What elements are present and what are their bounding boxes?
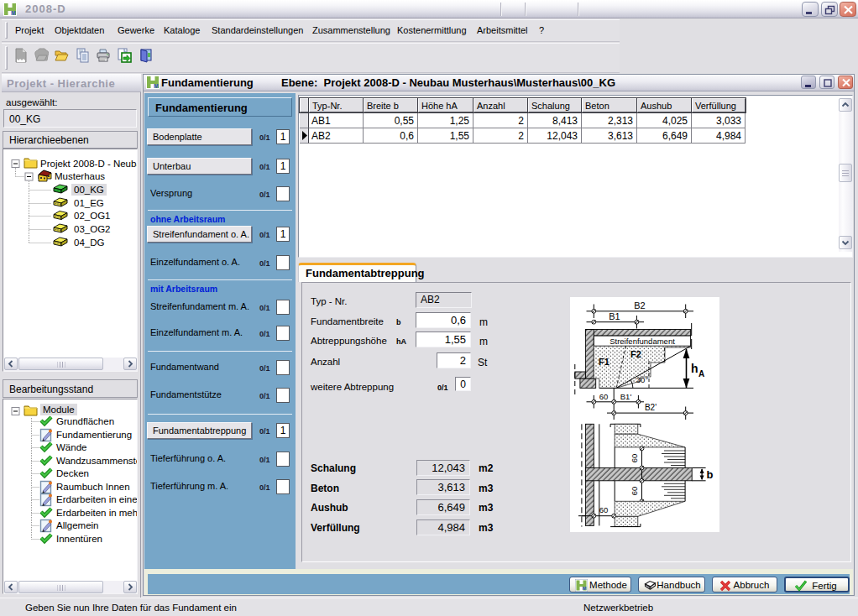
svg-text:Streifenfundament: Streifenfundament <box>609 337 675 346</box>
svg-text:h: h <box>691 362 698 375</box>
svg-text:60: 60 <box>630 487 639 496</box>
svg-text:60: 60 <box>630 454 639 463</box>
svg-text:B2': B2' <box>645 403 657 412</box>
svg-text:A: A <box>698 369 704 378</box>
svg-text:B1: B1 <box>609 311 620 321</box>
svg-text:B1': B1' <box>620 392 632 401</box>
svg-text:B2: B2 <box>634 300 645 311</box>
svg-text:30°: 30° <box>636 375 649 384</box>
svg-text:60: 60 <box>599 505 609 514</box>
svg-text:F2: F2 <box>630 349 641 359</box>
svg-text:M: M <box>583 586 587 591</box>
svg-text:F1: F1 <box>599 357 609 367</box>
svg-text:b: b <box>707 468 714 481</box>
svg-text:M: M <box>154 83 159 89</box>
svg-text:M: M <box>11 10 16 16</box>
svg-text:60: 60 <box>599 392 609 401</box>
